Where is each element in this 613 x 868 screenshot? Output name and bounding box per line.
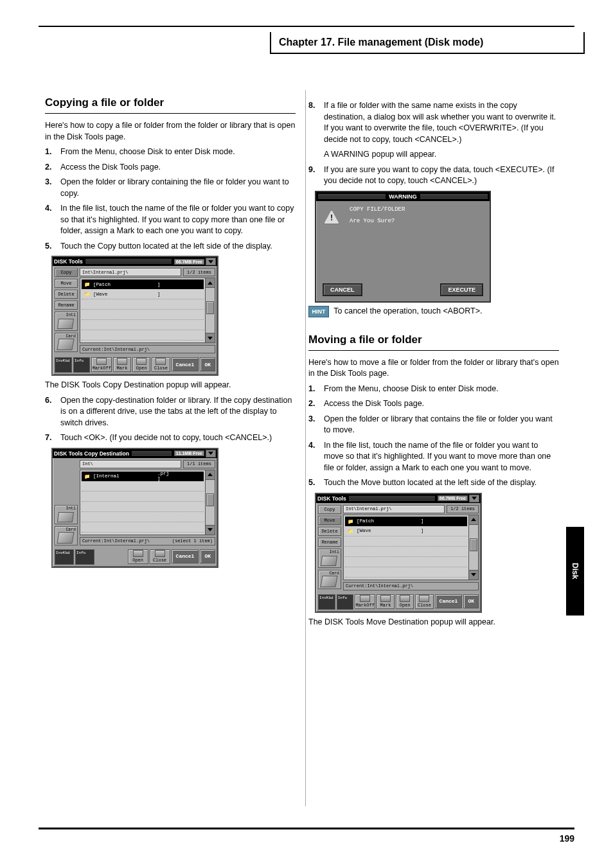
scrollbar[interactable] [469,515,479,580]
warning-msg2: Are You Sure? [350,218,483,224]
warn-execute-button[interactable]: EXECUTE [440,283,483,296]
drive-card-icon[interactable]: Card [55,333,78,352]
info-icon[interactable]: Info [337,594,354,610]
move-button[interactable]: Move [55,279,78,288]
dropdown-icon[interactable] [469,495,479,502]
close-button[interactable]: Close [415,594,433,609]
close-button[interactable]: Close [150,549,170,564]
cancel-button[interactable]: Cancel [435,594,463,608]
scroll-down-icon[interactable] [206,525,215,535]
info-icon[interactable]: Info [75,549,94,565]
section-title-copy: Copying a file or folder [45,96,296,109]
warn-cancel-button[interactable]: CANCEL [323,283,362,296]
after-step5b: The DISK Tools Move Destination popup wi… [308,617,559,628]
copy-button[interactable]: Copy [55,268,78,277]
fig-copy-destination: DISK Tools Copy Destination 11.1MB Free … [51,448,218,568]
list-item: 📁[Internal.prj ] [82,472,204,481]
close-button[interactable]: Close [152,357,170,372]
rename-button[interactable]: Rename [55,301,78,310]
m-step5: Touch the Move button located at the lef… [324,477,559,489]
cancel-button[interactable]: Cancel [172,357,199,371]
after-step8: A WARNING popup will appear. [324,149,559,161]
free-space: 66.7MB Free [438,495,468,501]
copy-button[interactable]: Copy [318,505,341,514]
list-item: 📁[Patch] [345,517,467,526]
step3: Open the folder or library containing th… [60,177,296,199]
drive-internal-icon[interactable]: Intl [55,505,78,524]
drive-internal-icon[interactable]: Intl [318,549,341,568]
intro-copy: Here's how to copy a file or folder from… [45,120,296,143]
delete-button[interactable]: Delete [318,527,341,536]
invkbd-icon[interactable]: InvKbd [55,549,74,565]
warning-dialog: WARNING COPY FILE/FOLDER Are You Sure? C… [315,191,491,303]
file-list[interactable]: 📁[Patch] 📁[Wave] [80,278,206,343]
mark-button[interactable]: Mark [377,594,395,609]
scroll-up-icon[interactable] [206,470,215,480]
invkbd-icon[interactable]: InvKbd [55,357,72,373]
win-title: DISK Tools [54,258,83,265]
list-item: 📁[Wave] [345,526,467,536]
after-step5: The DISK Tools Copy Destination popup wi… [45,380,296,391]
list-item: 📁[Wave] [82,289,204,299]
drive-card-icon[interactable]: Card [318,570,341,589]
list-item [82,310,204,320]
current-path: Current:Int\Internal.prj\ [82,538,150,544]
item-count: 1/2 items [447,505,479,513]
mark-button[interactable]: Mark [113,357,131,372]
drive-card-icon[interactable]: Card [55,526,78,545]
hint-icon: HINT [308,306,329,317]
rename-button[interactable]: Rename [318,538,341,547]
markoff-button[interactable]: MarkOff [355,594,375,609]
list-item [82,299,204,310]
ok-button[interactable]: OK [463,594,479,608]
m-step4: In the file list, touch the name of the … [324,440,559,474]
intro-move: Here's how to move a file or folder from… [308,357,559,380]
file-list[interactable]: 📁[Internal.prj ] [80,470,206,535]
drive-internal-icon[interactable]: Intl [55,312,78,331]
warning-icon [324,210,339,224]
invkbd-icon[interactable]: InvKbd [318,594,335,610]
file-list[interactable]: 📁[Patch] 📁[Wave] [343,515,469,580]
step9: If you are sure you want to copy the dat… [324,164,559,187]
fig-disk-tools-move: DISK Tools 66.7MB Free Copy Move Delete … [315,493,482,613]
info-icon[interactable]: Info [73,357,91,373]
markoff-button[interactable]: MarkOff [91,357,111,372]
chapter-title-box: Chapter 17. File management (Disk mode) [270,32,585,54]
open-button[interactable]: Open [132,357,150,372]
step4: In the file list, touch the name of the … [60,203,296,237]
path-field: Int\Internal.prj\ [80,268,181,276]
path-field: Int\ [80,460,181,468]
scroll-up-icon[interactable] [206,278,215,288]
step8: If a file or folder with the same name e… [324,100,559,145]
scrollbar[interactable] [206,470,215,535]
m-step1: From the Menu, choose Disk to enter Disk… [324,384,559,395]
page-number: 199 [560,833,574,844]
free-space: 11.1MB Free [174,450,204,456]
dropdown-icon[interactable] [206,450,216,457]
dropdown-icon[interactable] [206,258,216,265]
item-count: 1/1 items [183,460,215,468]
free-space: 66.7MB Free [174,259,204,265]
m-step3: Open the folder or library that contains… [324,414,559,436]
m-step2: Access the Disk Tools page. [324,398,559,410]
path-field: Int\Internal.prj\ [343,505,445,513]
fig-disk-tools-1: DISK Tools 66.7MB Free Copy Move Delete … [51,256,218,376]
step6: Open the copy-destination folder or libr… [60,395,296,429]
scroll-down-icon[interactable] [206,333,215,342]
list-item [82,330,204,341]
chapter-tab: Disk [566,527,584,616]
open-button[interactable]: Open [396,594,414,609]
win-title: DISK Tools [317,495,346,502]
move-button[interactable]: Move [318,516,341,525]
scrollbar[interactable] [206,278,215,343]
cancel-button[interactable]: Cancel [172,549,199,563]
ok-button[interactable]: OK [200,549,215,563]
warning-title: WARNING [389,193,417,200]
step1: From the Menu, choose Disk to enter Disk… [60,146,296,158]
list-item: 📁[Patch] [82,279,204,289]
scroll-up-icon[interactable] [469,515,478,525]
open-button[interactable]: Open [128,549,148,564]
scroll-down-icon[interactable] [469,570,478,580]
ok-button[interactable]: OK [200,357,215,371]
delete-button[interactable]: Delete [55,290,78,299]
